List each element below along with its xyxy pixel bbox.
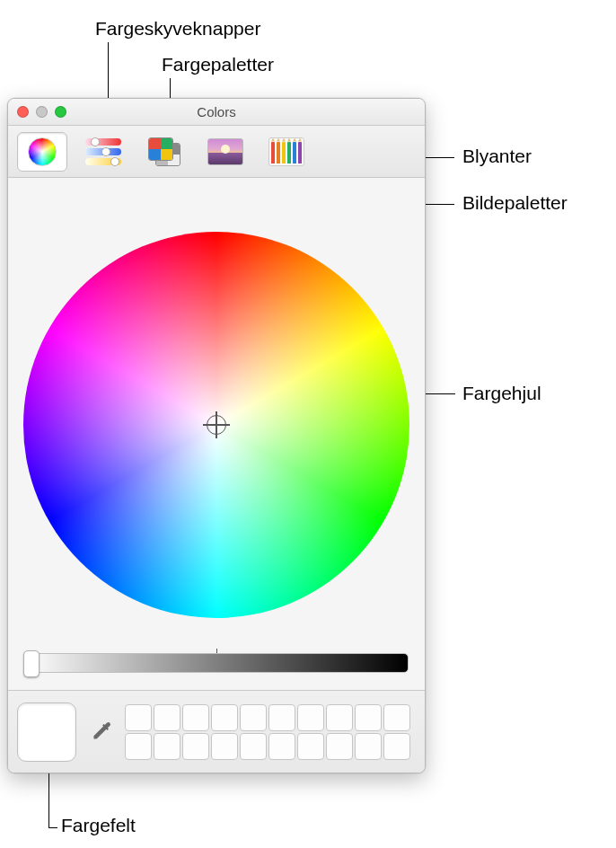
swatch-cell[interactable] bbox=[355, 733, 382, 760]
colors-window: Colors bbox=[7, 98, 426, 773]
callout-color-wheel: Fargehjul bbox=[462, 383, 541, 404]
swatch-cell[interactable] bbox=[182, 704, 209, 731]
swatch-cell[interactable] bbox=[383, 704, 410, 731]
color-wheel-tab[interactable] bbox=[17, 132, 67, 172]
callout-pencils: Blyanter bbox=[462, 146, 532, 167]
swatch-cell[interactable] bbox=[355, 704, 382, 731]
swatch-cell[interactable] bbox=[154, 704, 180, 731]
picker-toolbar bbox=[8, 126, 425, 178]
swatch-cell[interactable] bbox=[297, 704, 324, 731]
brightness-track bbox=[24, 653, 409, 673]
swatch-cell[interactable] bbox=[297, 733, 324, 760]
color-wheel-cursor bbox=[207, 415, 226, 435]
swatch-cell[interactable] bbox=[211, 733, 238, 760]
pencils-icon bbox=[268, 137, 304, 166]
swatch-grid bbox=[125, 704, 410, 760]
color-sliders-tab[interactable] bbox=[78, 132, 128, 172]
minimize-button[interactable] bbox=[36, 106, 48, 118]
swatch-cell[interactable] bbox=[268, 704, 295, 731]
sliders-icon bbox=[85, 138, 121, 165]
callout-image-palettes: Bildepaletter bbox=[462, 192, 568, 214]
eyedropper-icon bbox=[89, 720, 112, 744]
swatch-cell[interactable] bbox=[326, 733, 353, 760]
callout-line bbox=[48, 827, 57, 828]
callout-palettes: Fargepaletter bbox=[162, 54, 274, 75]
swatch-cell[interactable] bbox=[240, 733, 267, 760]
palettes-icon bbox=[148, 137, 180, 166]
swatch-cell[interactable] bbox=[154, 733, 180, 760]
window-controls bbox=[17, 106, 66, 118]
image-palette-icon bbox=[207, 138, 243, 165]
image-palettes-tab[interactable] bbox=[200, 132, 251, 172]
window-title: Colors bbox=[8, 104, 425, 119]
color-palettes-tab[interactable] bbox=[139, 132, 189, 172]
titlebar: Colors bbox=[8, 99, 425, 126]
brightness-center-tick bbox=[216, 649, 217, 653]
brightness-thumb[interactable] bbox=[23, 650, 40, 677]
brightness-slider[interactable] bbox=[24, 650, 409, 676]
zoom-button[interactable] bbox=[55, 106, 66, 118]
swatch-cell[interactable] bbox=[125, 704, 152, 731]
pencils-tab[interactable] bbox=[261, 132, 312, 172]
swatch-cell[interactable] bbox=[268, 733, 295, 760]
swatch-cell[interactable] bbox=[182, 733, 209, 760]
eyedropper-button[interactable] bbox=[85, 717, 116, 747]
bottom-bar bbox=[8, 690, 425, 773]
color-wheel-area bbox=[8, 178, 425, 690]
callout-sliders: Fargeskyveknapper bbox=[95, 18, 260, 40]
callout-color-well: Fargefelt bbox=[61, 815, 136, 836]
color-wheel[interactable] bbox=[23, 232, 409, 618]
close-button[interactable] bbox=[17, 106, 29, 118]
color-well[interactable] bbox=[17, 702, 76, 762]
swatch-cell[interactable] bbox=[125, 733, 152, 760]
color-wheel-icon bbox=[28, 137, 57, 166]
swatch-cell[interactable] bbox=[383, 733, 410, 760]
swatch-cell[interactable] bbox=[240, 704, 267, 731]
swatch-cell[interactable] bbox=[211, 704, 238, 731]
swatch-cell[interactable] bbox=[326, 704, 353, 731]
